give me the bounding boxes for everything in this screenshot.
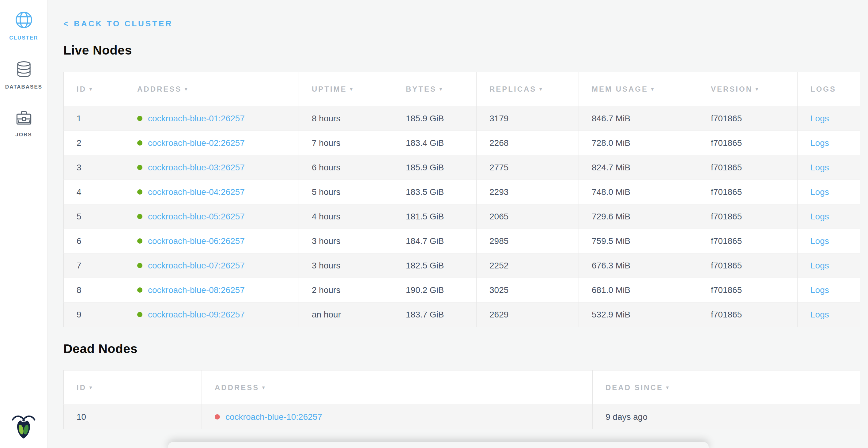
- column-header-label: ADDRESS: [137, 85, 182, 93]
- live-status-dot: [137, 140, 143, 146]
- cell-address: cockroach-blue-04:26257: [124, 180, 299, 204]
- table-row: 3cockroach-blue-03:262576 hours185.9 GiB…: [64, 155, 860, 180]
- cell-mem_usage: 824.7 MiB: [579, 155, 698, 180]
- cell-address: cockroach-blue-09:26257: [124, 302, 299, 327]
- cell-bytes: 184.7 GiB: [393, 229, 476, 253]
- column-header-label: DEAD SINCE: [606, 383, 663, 392]
- cell-logs: Logs: [798, 278, 860, 302]
- cell-uptime: 7 hours: [299, 131, 393, 155]
- cell-address: cockroach-blue-06:26257: [124, 229, 299, 253]
- logs-link[interactable]: Logs: [810, 261, 829, 270]
- cell-logs: Logs: [798, 302, 860, 327]
- column-header-replicas[interactable]: REPLICAS▾: [476, 72, 579, 106]
- back-to-cluster-link[interactable]: <BACK TO CLUSTER: [63, 19, 173, 29]
- cell-version: f701865: [698, 131, 798, 155]
- database-icon: [15, 60, 32, 79]
- cell-id: 5: [64, 204, 124, 229]
- table-row: 7cockroach-blue-07:262573 hours182.5 GiB…: [64, 253, 860, 278]
- node-address-link[interactable]: cockroach-blue-07:26257: [148, 261, 245, 270]
- sort-arrow-icon: ▾: [89, 385, 93, 390]
- sidebar: CLUSTER DATABASES JOBS: [0, 0, 48, 448]
- cell-replicas: 2268: [476, 131, 579, 155]
- sort-arrow-icon: ▾: [755, 86, 759, 92]
- cell-address: cockroach-blue-07:26257: [124, 253, 299, 278]
- back-chevron-icon: <: [63, 19, 69, 28]
- cell-logs: Logs: [798, 131, 860, 155]
- cell-address: cockroach-blue-05:26257: [124, 204, 299, 229]
- live-status-dot: [137, 288, 143, 293]
- table-row: 4cockroach-blue-04:262575 hours183.5 GiB…: [64, 180, 860, 204]
- cell-uptime: 3 hours: [299, 229, 393, 253]
- logs-link[interactable]: Logs: [810, 236, 829, 246]
- column-header-label: ADDRESS: [215, 383, 259, 392]
- node-address-link[interactable]: cockroach-blue-08:26257: [148, 285, 245, 295]
- column-header-logs: LOGS: [798, 72, 860, 106]
- logs-link[interactable]: Logs: [810, 212, 829, 221]
- logs-link[interactable]: Logs: [810, 310, 829, 319]
- cell-id: 10: [64, 405, 202, 429]
- sidebar-item-databases[interactable]: DATABASES: [0, 60, 48, 90]
- node-address-link[interactable]: cockroach-blue-02:26257: [148, 138, 245, 148]
- table-row: 5cockroach-blue-05:262574 hours181.5 GiB…: [64, 204, 860, 229]
- cell-version: f701865: [698, 204, 798, 229]
- cell-address: cockroach-blue-02:26257: [124, 131, 299, 155]
- node-address-link[interactable]: cockroach-blue-03:26257: [148, 163, 245, 172]
- sidebar-item-label: CLUSTER: [9, 35, 38, 41]
- cell-bytes: 185.9 GiB: [393, 106, 476, 131]
- table-row: 2cockroach-blue-02:262577 hours183.4 GiB…: [64, 131, 860, 155]
- cell-uptime: 5 hours: [299, 180, 393, 204]
- live-status-dot: [137, 116, 143, 121]
- live-nodes-title: Live Nodes: [63, 43, 860, 58]
- column-header-id[interactable]: ID▾: [64, 370, 202, 405]
- node-address-link[interactable]: cockroach-blue-09:26257: [148, 310, 245, 319]
- column-header-bytes[interactable]: BYTES▾: [393, 72, 476, 106]
- cell-logs: Logs: [798, 204, 860, 229]
- sort-arrow-icon: ▾: [350, 86, 354, 92]
- column-header-uptime[interactable]: UPTIME▾: [299, 72, 393, 106]
- dead-nodes-table: ID▾ADDRESS▾DEAD SINCE▾ 10cockroach-blue-…: [63, 370, 860, 429]
- sort-arrow-icon: ▾: [185, 86, 188, 92]
- live-status-dot: [137, 165, 143, 170]
- sort-arrow-icon: ▾: [666, 385, 670, 390]
- cell-address: cockroach-blue-01:26257: [124, 106, 299, 131]
- cell-replicas: 2293: [476, 180, 579, 204]
- dead-status-dot: [215, 414, 220, 419]
- column-header-address[interactable]: ADDRESS▾: [202, 370, 593, 405]
- logs-link[interactable]: Logs: [810, 285, 829, 295]
- column-header-version[interactable]: VERSION▾: [698, 72, 798, 106]
- cell-replicas: 2065: [476, 204, 579, 229]
- node-address-link[interactable]: cockroach-blue-04:26257: [148, 187, 245, 197]
- live-status-dot: [137, 263, 143, 268]
- column-header-label: ID: [76, 383, 86, 392]
- cell-mem_usage: 676.3 MiB: [579, 253, 698, 278]
- live-status-dot: [137, 214, 143, 219]
- cell-version: f701865: [698, 180, 798, 204]
- logs-link[interactable]: Logs: [810, 114, 829, 123]
- node-address-link[interactable]: cockroach-blue-06:26257: [148, 236, 245, 246]
- cell-address: cockroach-blue-08:26257: [124, 278, 299, 302]
- sidebar-item-jobs[interactable]: JOBS: [0, 109, 48, 138]
- sort-arrow-icon: ▾: [262, 385, 266, 390]
- live-nodes-table: ID▾ADDRESS▾UPTIME▾BYTES▾REPLICAS▾MEM USA…: [63, 72, 860, 327]
- sort-arrow-icon: ▾: [89, 86, 93, 92]
- node-address-link[interactable]: cockroach-blue-01:26257: [148, 114, 245, 123]
- column-header-dead_since[interactable]: DEAD SINCE▾: [593, 370, 860, 405]
- column-header-address[interactable]: ADDRESS▾: [124, 72, 299, 106]
- column-header-label: VERSION: [711, 85, 752, 93]
- briefcase-icon: [15, 109, 33, 126]
- logs-link[interactable]: Logs: [810, 163, 829, 172]
- node-address-link[interactable]: cockroach-blue-05:26257: [148, 212, 245, 221]
- cell-bytes: 190.2 GiB: [393, 278, 476, 302]
- back-link-label: BACK TO CLUSTER: [74, 19, 173, 28]
- column-header-mem_usage[interactable]: MEM USAGE▾: [579, 72, 698, 106]
- column-header-label: LOGS: [810, 85, 836, 93]
- cell-replicas: 2775: [476, 155, 579, 180]
- cell-uptime: 2 hours: [299, 278, 393, 302]
- sidebar-item-cluster[interactable]: CLUSTER: [0, 10, 48, 41]
- column-header-id[interactable]: ID▾: [64, 72, 124, 106]
- node-address-link[interactable]: cockroach-blue-10:26257: [225, 412, 322, 422]
- logs-link[interactable]: Logs: [810, 187, 829, 197]
- sort-arrow-icon: ▾: [539, 86, 543, 92]
- logs-link[interactable]: Logs: [810, 138, 829, 148]
- cell-logs: Logs: [798, 106, 860, 131]
